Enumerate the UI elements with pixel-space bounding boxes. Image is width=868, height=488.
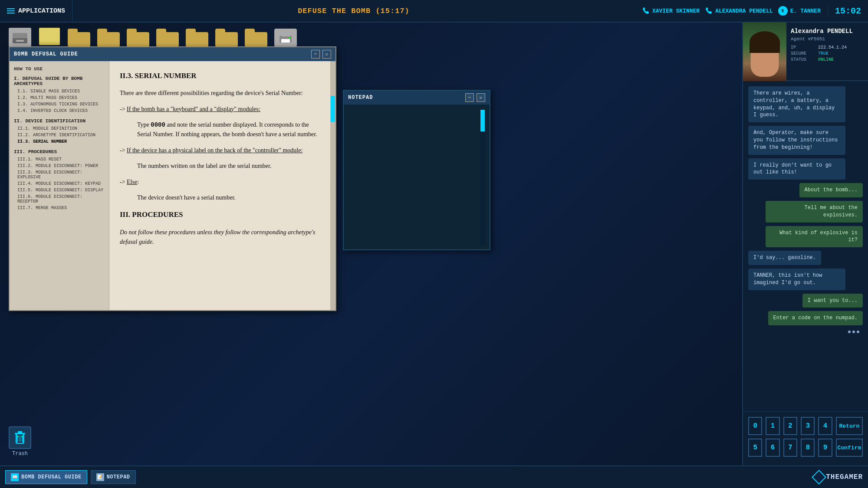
- desktop-icon-folder2[interactable]: [97, 29, 120, 47]
- folder-icon-5: [186, 29, 208, 47]
- how-to-use-label[interactable]: HOW TO USE: [14, 66, 105, 72]
- chat-msg-3: About the bomb...: [799, 183, 863, 197]
- sidebar-item-module-def[interactable]: II.1. MODULE DEFINITION: [14, 125, 105, 132]
- notepad-controls: − ✕: [465, 93, 485, 102]
- close-button[interactable]: ✕: [322, 50, 331, 59]
- taskbar-bomb-guide-label: BOMB DEFUSAL GUIDE: [21, 474, 82, 480]
- numpad-2[interactable]: 2: [783, 417, 797, 435]
- top-bar: APPLICATIONS DEFUSE THE BOMB (15:17) XAV…: [0, 0, 868, 23]
- sidebar-item-mass-reset[interactable]: III.1. MASS RESET: [14, 156, 105, 163]
- numpad-9[interactable]: 9: [818, 439, 832, 457]
- notepad-textarea[interactable]: [348, 109, 480, 245]
- numpad-1[interactable]: 1: [766, 417, 779, 435]
- section-header-3: III. PROCEDURES: [14, 149, 105, 154]
- svg-point-6: [289, 37, 290, 39]
- secure-label: SECURE: [791, 51, 815, 56]
- confirm-button[interactable]: Confirm: [836, 439, 863, 457]
- numpad-row-1: 0 1 2 3 4 Return: [748, 417, 863, 435]
- sidebar-item-multi-mass[interactable]: I.2. MULTI MASS DEVICES: [14, 95, 105, 101]
- trash-icon-container[interactable]: Trash: [9, 426, 31, 457]
- applications-menu[interactable]: APPLICATIONS: [0, 0, 72, 22]
- dot-1: [848, 331, 851, 333]
- contact-alexandra-name: ALEXANDRA PENDELL: [715, 8, 773, 14]
- hamburger-icon: [7, 8, 15, 13]
- contact-xavier[interactable]: XAVIER SKINNER: [642, 7, 700, 15]
- desktop-icon-folder3[interactable]: [127, 29, 149, 47]
- notepad-taskbar-icon: 📝: [96, 473, 104, 481]
- numpad-6[interactable]: 6: [766, 439, 779, 457]
- agent-photo: [743, 23, 786, 81]
- notepad-body: [344, 105, 490, 249]
- desktop-icon-folder6[interactable]: [215, 29, 238, 47]
- case1-code: 0000: [151, 121, 165, 128]
- trash-svg: [13, 430, 27, 445]
- sidebar-item-inverted[interactable]: I.4. INVERTED CLOCK DEVICES: [14, 108, 105, 114]
- desktop-icon-printer[interactable]: [274, 29, 297, 47]
- notepad-scrollbar-thumb[interactable]: [480, 110, 485, 131]
- notepad-scrollbar[interactable]: [480, 109, 485, 245]
- desktop-icon-folder7[interactable]: [245, 29, 267, 47]
- sidebar-item-autonomous[interactable]: I.3. AUTONOMOUS TICKING DEVICES: [14, 101, 105, 108]
- sidebar-item-serial[interactable]: II.3. SERIAL NUMBER: [14, 138, 105, 145]
- numpad-7[interactable]: 7: [783, 439, 797, 457]
- taskbar-notepad[interactable]: 📝 NOTEPAD: [91, 470, 136, 484]
- numpad-3[interactable]: 3: [801, 417, 815, 435]
- numpad-4[interactable]: 4: [818, 417, 832, 435]
- svg-rect-4: [281, 33, 290, 36]
- sidebar-item-receptor[interactable]: III.6. MODULE DISCONNECT: RECEPTOR: [14, 193, 105, 205]
- notepad-minimize[interactable]: −: [465, 93, 474, 102]
- desktop-icon-folder5[interactable]: [186, 29, 208, 47]
- contacts-area: XAVIER SKINNER ALEXANDRA PENDELL E E. TA…: [635, 6, 828, 16]
- desktop-icon-folder1[interactable]: [68, 29, 90, 47]
- taskbar-bomb-guide[interactable]: 📖 BOMB DEFUSAL GUIDE: [5, 470, 87, 484]
- thegamer-logo: THEGAMER: [814, 472, 863, 482]
- case3-condition: Else: [127, 179, 137, 185]
- guide-scrollbar[interactable]: [330, 61, 335, 310]
- agent-id: Agent #F5051: [791, 36, 864, 42]
- sidebar-item-power[interactable]: III.2. MODULE DISCONNECT: POWER: [14, 163, 105, 169]
- sidebar-item-explosive[interactable]: III.3. MODULE DISCONNECT: EXPLOSIVE: [14, 169, 105, 180]
- sidebar-item-display[interactable]: III.5. MODULE DISCONNECT: DISPLAY: [14, 187, 105, 193]
- sidebar-item-merge[interactable]: III.7. MERGE MASSES: [14, 205, 105, 211]
- secure-value: TRUE: [818, 51, 829, 56]
- guide-scrollbar-thumb[interactable]: [331, 96, 335, 122]
- minimize-button[interactable]: −: [311, 50, 320, 59]
- window-controls: − ✕: [311, 50, 331, 59]
- contact-alexandra[interactable]: ALEXANDRA PENDELL: [705, 7, 773, 15]
- trash-icon: [9, 426, 31, 449]
- desktop-icon-folder4[interactable]: [156, 29, 179, 47]
- numpad-5[interactable]: 5: [748, 439, 762, 457]
- status-label: STATUS: [791, 57, 815, 62]
- phone-icon: [642, 7, 650, 15]
- arrow1: ->: [120, 106, 127, 112]
- desktop-icon-stack[interactable]: [38, 28, 61, 47]
- desktop-icon-tray[interactable]: [9, 28, 31, 47]
- case3-text: The device doesn't have a serial number.: [137, 193, 320, 203]
- phone-icon-2: [705, 7, 713, 15]
- svg-rect-5: [281, 39, 290, 43]
- section3-heading: III. PROCEDURES: [120, 209, 320, 220]
- notepad-window: NOTEPAD − ✕: [343, 90, 490, 250]
- return-button[interactable]: Return: [836, 417, 863, 435]
- svg-rect-2: [16, 40, 24, 42]
- ip-label: IP: [791, 45, 815, 50]
- bomb-guide-window: BOMB DEFUSAL GUIDE − ✕ HOW TO USE I. DEF…: [9, 46, 336, 311]
- case1-arrow: -> If the bomb has a "keyboard" and a "d…: [120, 105, 320, 114]
- dot-2: [852, 331, 855, 333]
- tray-icon: [13, 31, 27, 43]
- bomb-guide-title-bar: BOMB DEFUSAL GUIDE − ✕: [10, 47, 335, 61]
- numpad-8[interactable]: 8: [801, 439, 815, 457]
- chat-msg-2: I really don't want to go out like this!: [748, 158, 845, 180]
- sidebar-item-keypad[interactable]: III.4. MODULE DISCONNECT: KEYPAD: [14, 180, 105, 187]
- agent-ip-row: IP 222.54.1.24: [791, 45, 864, 50]
- folder-icon-2: [97, 29, 120, 47]
- sidebar-item-single-mass[interactable]: I.1. SINGLE MASS DEVICES: [14, 88, 105, 95]
- notepad-close[interactable]: ✕: [477, 93, 485, 102]
- dot-3: [857, 331, 859, 333]
- content-intro: There are three different possibilities …: [120, 88, 320, 98]
- guide-sidebar: HOW TO USE I. DEFUSAL GUIDE BY BOMB ARCH…: [10, 61, 109, 310]
- chat-msg-6: I'd say... gasoline.: [748, 251, 821, 265]
- contact-tanner[interactable]: E E. TANNER: [778, 6, 821, 16]
- sidebar-item-archetype[interactable]: II.2. ARCHETYPE IDENTIFICATION: [14, 132, 105, 138]
- numpad-0[interactable]: 0: [748, 417, 762, 435]
